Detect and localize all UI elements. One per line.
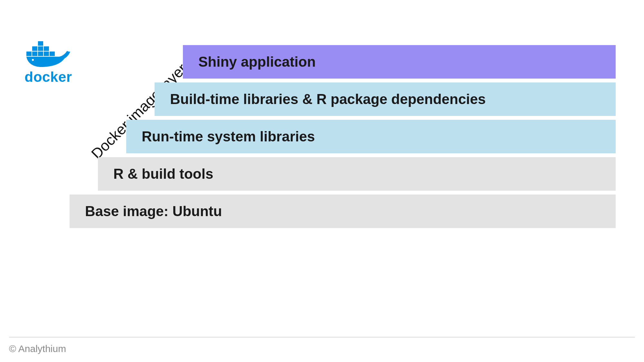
layer-base-image-ubuntu: Base image: Ubuntu — [70, 195, 616, 228]
layer-shiny-application: Shiny application — [183, 45, 616, 79]
svg-rect-5 — [32, 52, 37, 56]
svg-rect-8 — [50, 52, 55, 56]
svg-rect-3 — [44, 46, 49, 51]
docker-logo: docker — [19, 39, 77, 85]
layer-label: Base image: Ubuntu — [85, 203, 222, 219]
docker-logo-text: docker — [19, 69, 77, 85]
layer-stack: Shiny application Build-time libraries &… — [70, 45, 616, 228]
svg-rect-7 — [44, 52, 49, 56]
layer-label: Run-time system libraries — [142, 129, 315, 145]
svg-rect-1 — [32, 46, 37, 51]
svg-rect-6 — [38, 52, 43, 56]
layer-label: Build-time libraries & R package depende… — [170, 91, 486, 107]
svg-point-9 — [32, 59, 34, 61]
layer-label: Shiny application — [198, 54, 316, 70]
footer-divider — [9, 337, 635, 338]
layer-label: R & build tools — [113, 166, 213, 182]
layer-run-time-libraries: Run-time system libraries — [126, 120, 616, 153]
svg-rect-0 — [38, 41, 43, 46]
layer-r-build-tools: R & build tools — [98, 157, 616, 191]
svg-rect-4 — [26, 52, 32, 56]
footer-copyright: © Analythium — [9, 343, 66, 354]
layer-build-time-libraries: Build-time libraries & R package depende… — [155, 82, 616, 116]
docker-whale-icon — [26, 39, 71, 68]
svg-rect-2 — [38, 46, 43, 51]
